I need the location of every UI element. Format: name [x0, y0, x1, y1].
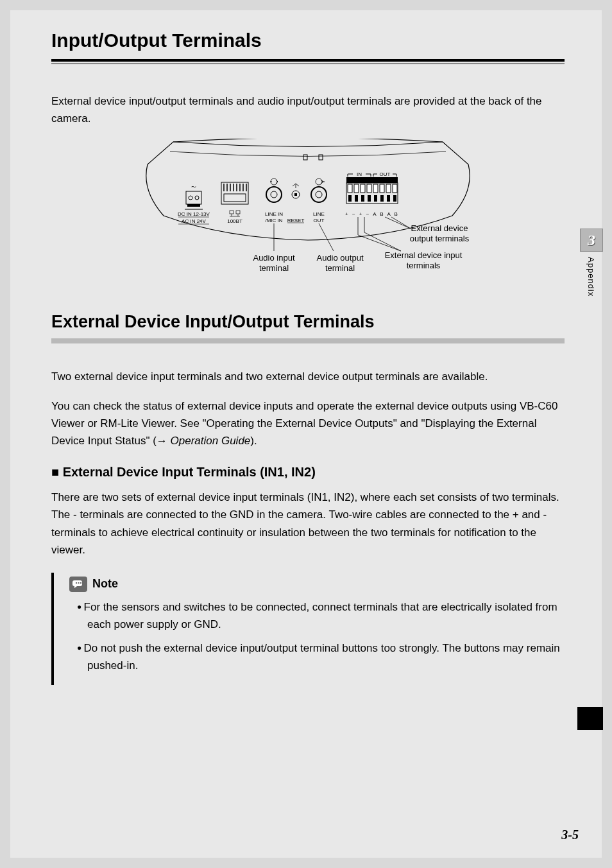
ext-in-callout-1: External device input [385, 250, 463, 260]
svg-rect-21 [236, 211, 240, 214]
note-icon [69, 577, 87, 592]
out-header: OUT [380, 171, 391, 177]
polarity-label: + − + − A B A B [345, 211, 399, 217]
out-num-1: 1 [377, 177, 380, 183]
svg-rect-58 [355, 195, 358, 202]
section-2-para-2: You can check the status of external dev… [51, 397, 565, 450]
svg-point-32 [311, 187, 327, 202]
section-2-p2-a: You can check the status of external dev… [51, 400, 557, 447]
svg-rect-1 [319, 155, 323, 160]
title-rule [51, 64, 565, 64]
svg-rect-30 [294, 193, 297, 196]
svg-line-66 [319, 223, 334, 251]
note-list: For the sensors and switches to be conne… [69, 598, 565, 675]
subsection-para: There are two sets of external device in… [51, 489, 565, 559]
svg-point-5 [195, 196, 199, 200]
svg-rect-50 [354, 184, 359, 193]
terminal-diagram: 〜 DC IN 12-13V AC IN 24V [135, 139, 481, 286]
svg-rect-59 [361, 195, 364, 202]
note-item: Do not push the external device input/ou… [69, 639, 565, 674]
audio-output-callout-1: Audio output [316, 253, 363, 263]
svg-point-33 [316, 191, 322, 198]
svg-rect-6 [187, 204, 200, 207]
section-2-p2-b: ). [250, 435, 257, 447]
operation-guide-ref: Operation Guide [171, 435, 251, 447]
side-marker [577, 707, 603, 730]
line-in-label: LINE IN [265, 211, 283, 217]
intro-paragraph: External device input/output terminals a… [51, 92, 565, 127]
in-num-2: 2 [364, 177, 368, 183]
svg-line-70 [364, 232, 401, 251]
mic-in-label: /MIC IN [265, 218, 282, 223]
page-title: Input/Output Terminals [51, 30, 565, 62]
svg-rect-64 [393, 195, 396, 202]
svg-point-34 [316, 178, 322, 185]
net-label: 100BT [227, 218, 242, 224]
in-num-1: 1 [352, 177, 355, 183]
svg-rect-60 [368, 195, 371, 202]
svg-point-25 [266, 187, 282, 202]
svg-rect-20 [230, 211, 234, 214]
line-out-label-2: OUT [314, 218, 325, 223]
chapter-label: Appendix [586, 257, 596, 297]
audio-output-callout-2: terminal [325, 263, 355, 273]
svg-line-68 [358, 235, 401, 251]
section-title: External Device Input/Output Terminals [51, 312, 565, 343]
chapter-tab: 3 Appendix [580, 229, 603, 297]
svg-rect-49 [348, 184, 352, 193]
svg-rect-73 [76, 582, 77, 584]
svg-rect-75 [80, 582, 81, 584]
svg-rect-19 [224, 194, 246, 202]
svg-rect-62 [380, 195, 384, 202]
ac-in-label: AC IN 24V [182, 218, 206, 224]
page-number: 3-5 [561, 828, 579, 842]
svg-line-71 [385, 217, 411, 229]
svg-rect-51 [361, 184, 365, 193]
dc-in-label: DC IN 12-13V [178, 211, 210, 217]
ext-in-callout-2: terminals [407, 261, 441, 270]
svg-rect-57 [348, 195, 352, 202]
svg-rect-52 [367, 184, 371, 193]
svg-text:〜: 〜 [191, 184, 196, 190]
audio-input-callout-2: terminal [259, 263, 289, 273]
svg-point-4 [189, 196, 192, 200]
svg-rect-0 [303, 155, 307, 160]
svg-rect-74 [78, 582, 80, 584]
out-num-2: 2 [390, 177, 393, 183]
subsection-title: External Device Input Terminals (IN1, IN… [51, 465, 565, 480]
svg-rect-55 [386, 184, 391, 193]
ext-out-callout-1: External device [411, 223, 468, 233]
svg-rect-53 [373, 184, 378, 193]
note-label: Note [92, 577, 118, 591]
note-block: Note For the sensors and switches to be … [51, 573, 565, 685]
section-2-para-1: Two external device input terminals and … [51, 368, 565, 385]
svg-rect-63 [387, 195, 390, 202]
in-header: IN [357, 171, 362, 177]
reset-label: RESET [287, 218, 305, 223]
audio-input-callout-1: Audio input [253, 253, 294, 263]
svg-rect-61 [374, 195, 377, 202]
svg-rect-56 [393, 184, 397, 193]
ext-out-callout-2: output terminals [410, 234, 470, 243]
chapter-number-badge: 3 [580, 229, 603, 252]
line-out-label-1: LINE [313, 211, 325, 217]
svg-point-26 [271, 191, 277, 198]
svg-rect-54 [380, 184, 384, 193]
svg-rect-10 [221, 182, 248, 204]
svg-line-72 [391, 217, 411, 229]
note-item: For the sensors and switches to be conne… [69, 598, 565, 633]
